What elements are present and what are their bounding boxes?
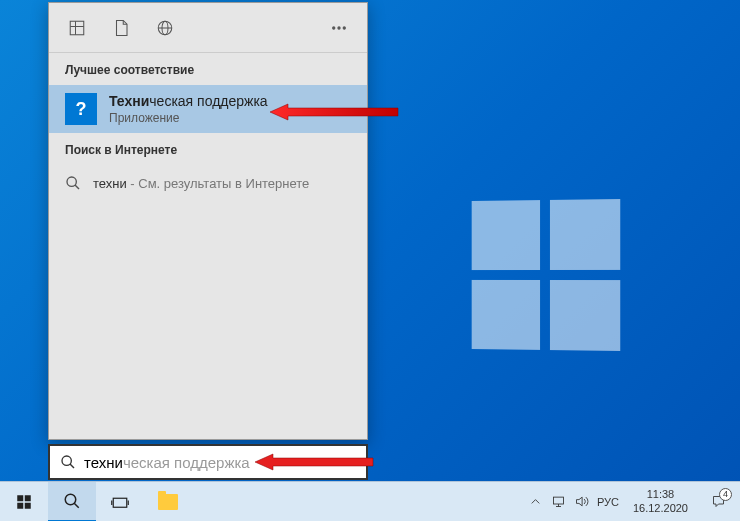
tab-all[interactable] bbox=[55, 3, 99, 53]
result-title: Техническая поддержка bbox=[109, 93, 268, 109]
volume-icon[interactable] bbox=[574, 494, 589, 509]
clock[interactable]: 11:38 16.12.2020 bbox=[627, 488, 694, 514]
svg-rect-16 bbox=[25, 495, 31, 501]
document-icon bbox=[112, 19, 130, 37]
svg-point-11 bbox=[62, 456, 71, 465]
folder-icon bbox=[158, 494, 178, 510]
more-icon bbox=[330, 19, 348, 37]
svg-rect-18 bbox=[25, 502, 31, 508]
svg-line-20 bbox=[74, 503, 79, 508]
start-button[interactable] bbox=[0, 482, 48, 522]
windows-icon bbox=[15, 493, 33, 511]
search-results-panel: Лучшее соответствие ? Техническая поддер… bbox=[48, 2, 368, 440]
web-search-header: Поиск в Интернете bbox=[49, 133, 367, 165]
web-search-result[interactable]: техни - См. результаты в Интернете bbox=[49, 165, 367, 201]
svg-line-10 bbox=[75, 185, 79, 189]
search-filter-tabs bbox=[49, 3, 367, 53]
task-view-button[interactable] bbox=[96, 482, 144, 522]
svg-point-6 bbox=[333, 26, 335, 28]
svg-rect-21 bbox=[113, 498, 127, 507]
tab-documents[interactable] bbox=[99, 3, 143, 53]
language-indicator[interactable]: РУС bbox=[597, 496, 619, 508]
svg-line-12 bbox=[70, 464, 74, 468]
search-text: техническая поддержка bbox=[84, 454, 250, 471]
search-button[interactable] bbox=[48, 482, 96, 522]
svg-rect-24 bbox=[553, 497, 563, 504]
tab-more[interactable] bbox=[317, 3, 361, 53]
apps-grid-icon bbox=[68, 19, 86, 37]
chevron-up-icon[interactable] bbox=[528, 494, 543, 509]
system-tray: РУС 11:38 16.12.2020 4 bbox=[528, 482, 740, 522]
search-icon bbox=[65, 175, 81, 191]
svg-rect-0 bbox=[70, 21, 84, 35]
tab-web[interactable] bbox=[143, 3, 187, 53]
web-result-text: техни - См. результаты в Интернете bbox=[93, 176, 309, 191]
best-match-header: Лучшее соответствие bbox=[49, 53, 367, 85]
get-help-app-icon: ? bbox=[65, 93, 97, 125]
svg-rect-15 bbox=[17, 495, 23, 501]
search-icon bbox=[63, 492, 81, 510]
action-center-button[interactable]: 4 bbox=[702, 482, 734, 522]
svg-point-9 bbox=[67, 177, 76, 186]
globe-icon bbox=[156, 19, 174, 37]
search-icon bbox=[60, 454, 76, 470]
notification-badge: 4 bbox=[719, 488, 732, 501]
file-explorer-button[interactable] bbox=[144, 482, 192, 522]
svg-point-19 bbox=[65, 494, 76, 505]
taskbar: РУС 11:38 16.12.2020 4 bbox=[0, 481, 740, 521]
task-view-icon bbox=[111, 493, 129, 511]
search-input[interactable]: техническая поддержка bbox=[48, 444, 368, 480]
svg-rect-17 bbox=[17, 502, 23, 508]
network-icon[interactable] bbox=[551, 494, 566, 509]
result-subtitle: Приложение bbox=[109, 111, 268, 125]
windows-logo bbox=[472, 199, 621, 351]
best-match-result[interactable]: ? Техническая поддержка Приложение bbox=[49, 85, 367, 133]
svg-marker-27 bbox=[576, 497, 582, 506]
svg-point-8 bbox=[343, 26, 345, 28]
svg-point-7 bbox=[338, 26, 340, 28]
